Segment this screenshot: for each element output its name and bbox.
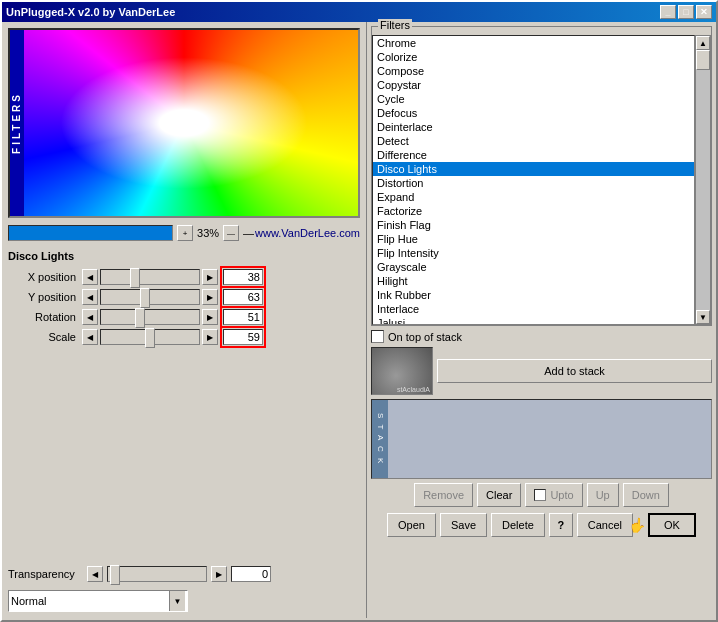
- rotation-value-box: [220, 306, 266, 328]
- x-position-input[interactable]: [223, 269, 263, 285]
- scale-right-btn[interactable]: ▶: [202, 329, 218, 345]
- transparency-left-btn[interactable]: ◀: [87, 566, 103, 582]
- maximize-button[interactable]: □: [678, 5, 694, 19]
- filter-item-finish-flag[interactable]: Finish Flag: [373, 218, 694, 232]
- save-button[interactable]: Save: [440, 513, 487, 537]
- x-position-left-btn[interactable]: ◀: [82, 269, 98, 285]
- blend-mode-dropdown[interactable]: Normal ▼: [8, 590, 188, 612]
- filter-item-flip-intensity[interactable]: Flip Intensity: [373, 246, 694, 260]
- close-button[interactable]: ✕: [696, 5, 712, 19]
- stack-logo: stAclaudiA: [397, 386, 430, 393]
- filter-item-jalusi[interactable]: Jalusi: [373, 316, 694, 325]
- scroll-thumb[interactable]: [696, 50, 710, 70]
- stack-buttons-row: Remove Clear Upto Up Down: [371, 483, 712, 507]
- scrollbar[interactable]: ▲ ▼: [695, 35, 711, 325]
- content-area: FILTERS + 33% — — www.VanDerLee.com Disc…: [2, 22, 716, 618]
- remove-button[interactable]: Remove: [414, 483, 473, 507]
- filter-item-factorize[interactable]: Factorize: [373, 204, 694, 218]
- filter-item-cycle[interactable]: Cycle: [373, 92, 694, 106]
- toolbar-row: + 33% — — www.VanDerLee.com: [8, 222, 360, 244]
- zoom-minus-button[interactable]: —: [223, 225, 239, 241]
- param-row-scale: Scale ◀ ▶: [8, 328, 360, 346]
- help-button[interactable]: ?: [549, 513, 573, 537]
- transparency-slider[interactable]: [107, 566, 207, 582]
- scroll-up-button[interactable]: ▲: [696, 36, 710, 50]
- zoom-plus-button[interactable]: +: [177, 225, 193, 241]
- y-position-input[interactable]: [223, 289, 263, 305]
- blend-mode-row: Normal ▼: [8, 590, 360, 612]
- rotation-slider-thumb[interactable]: [135, 308, 145, 328]
- filter-item-detect[interactable]: Detect: [373, 134, 694, 148]
- stack-preview: stAclaudiA: [371, 347, 433, 395]
- rotation-slider[interactable]: [100, 309, 200, 325]
- cursor-icon: 👆: [629, 517, 646, 533]
- filter-item-interlace[interactable]: Interlace: [373, 302, 694, 316]
- filter-item-copystar[interactable]: Copystar: [373, 78, 694, 92]
- y-position-slider[interactable]: [100, 289, 200, 305]
- scroll-down-button[interactable]: ▼: [696, 310, 710, 324]
- filter-item-difference[interactable]: Difference: [373, 148, 694, 162]
- rotation-left-btn[interactable]: ◀: [82, 309, 98, 325]
- scale-input[interactable]: [223, 329, 263, 345]
- filter-item-deinterlace[interactable]: Deinterlace: [373, 120, 694, 134]
- filter-item-grayscale[interactable]: Grayscale: [373, 260, 694, 274]
- progress-bar: [8, 225, 173, 241]
- on-top-row: On top of stack: [371, 330, 712, 343]
- filter-item-distortion[interactable]: Distortion: [373, 176, 694, 190]
- minimize-button[interactable]: _: [660, 5, 676, 19]
- rotation-right-btn[interactable]: ▶: [202, 309, 218, 325]
- scale-label: Scale: [8, 331, 80, 343]
- on-top-checkbox[interactable]: [371, 330, 384, 343]
- stack-label-vertical: S T A C K: [372, 400, 388, 478]
- add-to-stack-button[interactable]: Add to stack: [437, 359, 712, 383]
- transparency-thumb[interactable]: [110, 565, 120, 585]
- title-bar: UnPlugged-X v2.0 by VanDerLee _ □ ✕: [2, 2, 716, 22]
- scale-left-btn[interactable]: ◀: [82, 329, 98, 345]
- x-position-slider[interactable]: [100, 269, 200, 285]
- right-panel: Filters Chrome Colorize Compose Copystar…: [367, 22, 716, 618]
- separator: —: [243, 227, 251, 239]
- up-button[interactable]: Up: [587, 483, 619, 507]
- filters-group: Filters Chrome Colorize Compose Copystar…: [371, 26, 712, 326]
- filter-item-flip-hue[interactable]: Flip Hue: [373, 232, 694, 246]
- param-row-rotation: Rotation ◀ ▶: [8, 308, 360, 326]
- bottom-buttons-row: Open Save Delete ? Cancel 👆 OK: [371, 511, 712, 539]
- delete-button[interactable]: Delete: [491, 513, 545, 537]
- filter-item-chrome[interactable]: Chrome: [373, 36, 694, 50]
- scale-value-box: [220, 326, 266, 348]
- stack-add-row: stAclaudiA Add to stack: [371, 347, 712, 395]
- main-window: UnPlugged-X v2.0 by VanDerLee _ □ ✕ FILT…: [0, 0, 718, 622]
- filter-item-defocus[interactable]: Defocus: [373, 106, 694, 120]
- ok-button[interactable]: OK: [648, 513, 696, 537]
- filter-item-ink-rubber[interactable]: Ink Rubber: [373, 288, 694, 302]
- x-position-right-btn[interactable]: ▶: [202, 269, 218, 285]
- scale-slider[interactable]: [100, 329, 200, 345]
- y-position-left-btn[interactable]: ◀: [82, 289, 98, 305]
- upto-button[interactable]: Upto: [525, 483, 582, 507]
- cancel-button[interactable]: Cancel: [577, 513, 633, 537]
- x-slider-thumb[interactable]: [130, 268, 140, 288]
- y-position-right-btn[interactable]: ▶: [202, 289, 218, 305]
- rotation-input[interactable]: [223, 309, 263, 325]
- scroll-track: [696, 50, 710, 310]
- preview-area: FILTERS: [8, 28, 360, 218]
- down-button[interactable]: Down: [623, 483, 669, 507]
- filters-list[interactable]: Chrome Colorize Compose Copystar Cycle D…: [372, 35, 695, 325]
- filter-item-expand[interactable]: Expand: [373, 190, 694, 204]
- transparency-right-btn[interactable]: ▶: [211, 566, 227, 582]
- filter-item-compose[interactable]: Compose: [373, 64, 694, 78]
- x-position-label: X position: [8, 271, 80, 283]
- filter-item-colorize[interactable]: Colorize: [373, 50, 694, 64]
- y-slider-thumb[interactable]: [140, 288, 150, 308]
- transparency-input[interactable]: [231, 566, 271, 582]
- scale-slider-thumb[interactable]: [145, 328, 155, 348]
- filter-item-disco-lights[interactable]: Disco Lights: [373, 162, 694, 176]
- dropdown-arrow-icon: ▼: [169, 591, 185, 611]
- filter-item-hilight[interactable]: Hilight: [373, 274, 694, 288]
- open-button[interactable]: Open: [387, 513, 436, 537]
- params-container: X position ◀ ▶ Y position ◀: [8, 268, 360, 346]
- y-position-label: Y position: [8, 291, 80, 303]
- spacer: [8, 350, 360, 562]
- transparency-row: Transparency ◀ ▶: [8, 566, 360, 582]
- clear-button[interactable]: Clear: [477, 483, 521, 507]
